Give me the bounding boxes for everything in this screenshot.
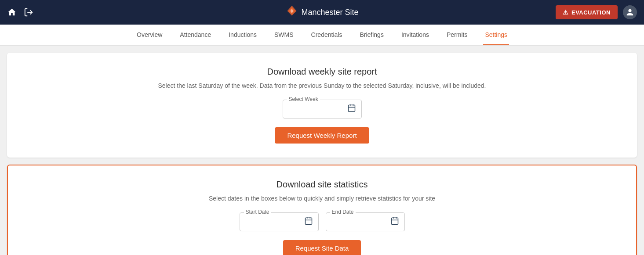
weekly-report-title: Download weekly site report bbox=[18, 67, 626, 77]
secondary-nav: Overview Attendance Inductions SWMS Cred… bbox=[0, 25, 644, 46]
end-calendar-icon[interactable] bbox=[390, 216, 399, 227]
request-site-data-button[interactable]: Request Site Data bbox=[283, 240, 361, 255]
end-date-input[interactable] bbox=[331, 219, 387, 226]
start-date-input-wrapper[interactable] bbox=[240, 212, 319, 231]
start-date-input[interactable] bbox=[245, 219, 301, 226]
select-week-label: Select Week bbox=[287, 96, 320, 102]
svg-rect-9 bbox=[391, 218, 398, 224]
end-date-label: End Date bbox=[330, 209, 356, 215]
user-avatar[interactable] bbox=[623, 5, 637, 19]
weekly-report-subtitle: Select the last Saturday of the week. Da… bbox=[18, 82, 626, 89]
nav-attendance[interactable]: Attendance bbox=[178, 25, 213, 45]
home-button[interactable] bbox=[7, 7, 17, 17]
nav-briefings[interactable]: Briefings bbox=[358, 25, 385, 45]
brand-logo-icon bbox=[285, 5, 298, 20]
brand-center: Manchester Site bbox=[285, 5, 358, 20]
top-bar-left bbox=[7, 7, 33, 17]
end-date-input-wrapper[interactable] bbox=[326, 212, 405, 231]
select-week-input-wrapper[interactable] bbox=[283, 100, 362, 119]
nav-swms[interactable]: SWMS bbox=[273, 25, 295, 45]
nav-inductions[interactable]: Inductions bbox=[227, 25, 258, 45]
warning-icon: ⚠ bbox=[563, 9, 569, 16]
request-weekly-report-button[interactable]: Request Weekly Report bbox=[275, 127, 369, 144]
start-calendar-icon[interactable] bbox=[304, 216, 313, 227]
top-bar-right: ⚠ EVACUATION bbox=[556, 5, 637, 19]
start-date-group: Start Date bbox=[240, 212, 319, 231]
site-statistics-form: Start Date En bbox=[18, 212, 626, 255]
weekly-report-card: Download weekly site report Select the l… bbox=[7, 53, 637, 158]
svg-rect-1 bbox=[348, 105, 355, 111]
top-bar: Manchester Site ⚠ EVACUATION bbox=[0, 0, 644, 25]
site-statistics-card: Download site statistics Select dates in… bbox=[7, 165, 637, 255]
svg-rect-5 bbox=[305, 218, 312, 224]
nav-permits[interactable]: Permits bbox=[445, 25, 469, 45]
nav-credentials[interactable]: Credentials bbox=[309, 25, 344, 45]
select-week-input[interactable] bbox=[288, 106, 344, 113]
weekly-report-form: Select Week Request Weekly Report bbox=[18, 100, 626, 144]
nav-settings[interactable]: Settings bbox=[483, 25, 509, 45]
brand-name: Manchester Site bbox=[301, 8, 358, 17]
site-statistics-title: Download site statistics bbox=[18, 180, 626, 190]
evacuation-button[interactable]: ⚠ EVACUATION bbox=[556, 5, 618, 19]
logout-button[interactable] bbox=[24, 7, 33, 17]
nav-invitations[interactable]: Invitations bbox=[400, 25, 431, 45]
main-content: Download weekly site report Select the l… bbox=[0, 46, 644, 255]
select-week-group: Select Week bbox=[283, 100, 362, 119]
nav-overview[interactable]: Overview bbox=[135, 25, 164, 45]
start-date-label: Start Date bbox=[244, 209, 271, 215]
date-row: Start Date En bbox=[240, 212, 405, 231]
end-date-group: End Date bbox=[326, 212, 405, 231]
calendar-icon[interactable] bbox=[347, 104, 356, 115]
site-statistics-subtitle: Select dates in the boxes below to quick… bbox=[18, 195, 626, 202]
